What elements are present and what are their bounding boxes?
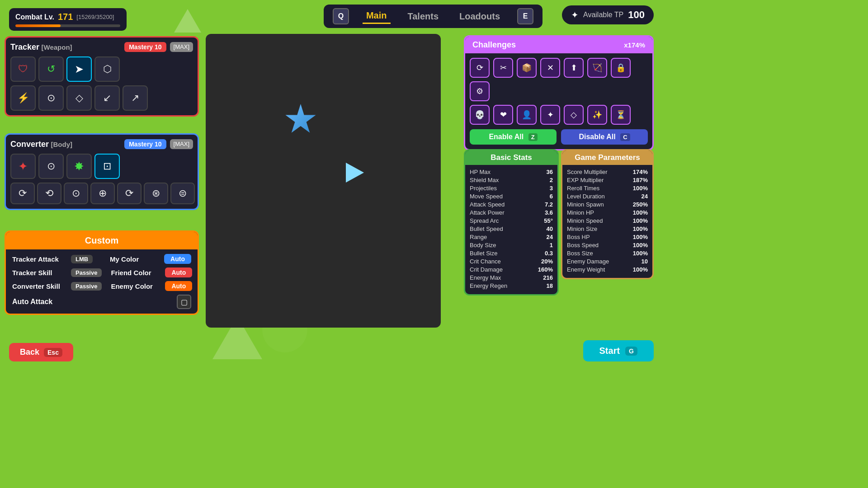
converter-icon-7[interactable]: ⊕: [90, 183, 115, 204]
tracker-icon-7[interactable]: ↙: [94, 85, 120, 111]
converter-icon-2[interactable]: ✸: [66, 154, 92, 179]
converter-panel: Converter [Body] Mastery 10 [MAX] ✦ ⊙ ✸ …: [5, 133, 199, 210]
enemy-color-auto-btn[interactable]: Auto: [165, 281, 192, 291]
auto-attack-row: Auto Attack ▢: [12, 295, 191, 309]
back-button[interactable]: Back Esc: [9, 343, 73, 361]
my-color-auto-btn[interactable]: Auto: [164, 254, 191, 264]
combat-xp-bar: [15, 24, 120, 27]
tracker-icon-3[interactable]: ⬡: [94, 56, 120, 82]
challenge-icon-12[interactable]: ◇: [564, 105, 584, 125]
tracker-icon-5[interactable]: ⊙: [38, 85, 64, 111]
challenge-icon-3[interactable]: ✕: [540, 58, 560, 78]
converter-mastery-badge: Mastery 10: [124, 139, 166, 149]
stat-row-14: Energy Regen18: [470, 282, 553, 289]
challenges-body: ⟳ ✂ 📦 ✕ ⬆ 🏹 🔒 ⚙ 💀 ❤ 👤 ✦ ◇ ✨ ⏳ Enable All…: [465, 53, 652, 149]
challenges-buttons: Enable All Z Disable All C: [470, 129, 648, 145]
param-row-7: Minion Size100%: [567, 225, 648, 232]
tracker-icon-0[interactable]: 🛡: [10, 56, 36, 82]
friend-color-auto-btn[interactable]: Auto: [165, 267, 192, 277]
stat-row-6: Spread Arc55°: [470, 217, 553, 224]
back-key: Esc: [44, 348, 62, 357]
converter-badges: Mastery 10 [MAX]: [124, 139, 193, 149]
challenge-icon-6[interactable]: 🔒: [611, 58, 631, 78]
nav-e-button[interactable]: E: [517, 8, 533, 24]
challenge-icon-10[interactable]: 👤: [517, 105, 537, 125]
tracker-icon-4[interactable]: ⚡: [10, 85, 36, 111]
start-button[interactable]: Start G: [583, 340, 654, 361]
challenge-icon-13[interactable]: ✨: [587, 105, 607, 125]
tracker-icon-8[interactable]: ↗: [123, 85, 148, 111]
tracker-skill-row: Tracker Skill Passive Friend Color Auto: [12, 267, 191, 277]
stat-row-10: Bullet Size0.3: [470, 250, 553, 257]
tp-label: Available TP: [583, 11, 623, 19]
challenge-icon-14[interactable]: ⏳: [611, 105, 631, 125]
converter-icon-8[interactable]: ⟳: [117, 183, 142, 204]
nav-q-button[interactable]: Q: [333, 8, 349, 24]
challenge-icon-1[interactable]: ✂: [493, 58, 513, 78]
tp-value: 100: [628, 9, 645, 21]
stat-row-7: Bullet Speed40: [470, 225, 553, 232]
stat-row-0: HP Max36: [470, 169, 553, 175]
tracker-attack-row: Tracker Attack LMB My Color Auto: [12, 254, 191, 264]
disable-all-button[interactable]: Disable All C: [561, 129, 648, 145]
custom-body: Tracker Attack LMB My Color Auto Tracker…: [6, 249, 198, 314]
converter-icon-9[interactable]: ⊛: [144, 183, 168, 204]
challenge-icon-9[interactable]: ❤: [493, 105, 513, 125]
basic-stats-panel: Basic Stats HP Max36 Shield Max2 Project…: [464, 149, 559, 296]
tab-main[interactable]: Main: [363, 9, 391, 24]
param-row-2: Reroll Times100%: [567, 185, 648, 192]
challenge-icons-row2: 💀 ❤ 👤 ✦ ◇ ✨ ⏳: [470, 105, 648, 125]
converter-icon-5[interactable]: ⟲: [37, 183, 61, 204]
challenge-icon-5[interactable]: 🏹: [587, 58, 607, 78]
challenge-icon-4[interactable]: ⬆: [564, 58, 584, 78]
converter-icon-3[interactable]: ⊡: [94, 154, 120, 179]
tracker-icon-6[interactable]: ◇: [66, 85, 92, 111]
gear-entity: [285, 104, 316, 136]
converter-icons-row1: ✦ ⊙ ✸ ⊡: [10, 154, 193, 179]
param-row-5: Minion HP100%: [567, 209, 648, 216]
converter-title: Converter [Body]: [10, 140, 72, 149]
param-row-10: Boss Size100%: [567, 250, 648, 257]
param-row-11: Enemy Damage10: [567, 258, 648, 265]
param-row-9: Boss Speed100%: [567, 242, 648, 249]
challenge-icon-0[interactable]: ⟳: [470, 58, 490, 78]
basic-stats-title: Basic Stats: [491, 153, 532, 162]
basic-stats-body: HP Max36 Shield Max2 Projectiles3 Move S…: [465, 165, 557, 294]
stat-row-8: Range24: [470, 234, 553, 240]
challenge-icon-8[interactable]: 💀: [470, 105, 490, 125]
challenge-icon-7[interactable]: ⚙: [470, 81, 490, 101]
challenge-icon-11[interactable]: ✦: [540, 105, 560, 125]
tab-talents[interactable]: Talents: [404, 9, 443, 23]
custom-title: Custom: [85, 235, 118, 245]
tp-icon: ✦: [571, 9, 579, 20]
tracker-icons-row1: 🛡 ↺ ➤ ⬡: [10, 56, 193, 82]
param-row-4: Minion Spawn250%: [567, 201, 648, 208]
nav-inner: Q Main Talents Loadouts E: [324, 5, 542, 28]
stat-row-9: Body Size1: [470, 242, 553, 249]
enemy-color-label: Enemy Color: [111, 282, 160, 290]
converter-icon-1[interactable]: ⊙: [38, 154, 64, 179]
converter-icon-4[interactable]: ⟳: [10, 183, 35, 204]
back-label: Back: [20, 347, 39, 357]
converter-skill-key: Passive: [71, 282, 102, 291]
converter-icon-0[interactable]: ✦: [10, 154, 36, 179]
param-row-12: Enemy Weight100%: [567, 266, 648, 273]
tracker-skill-label: Tracker Skill: [12, 269, 66, 277]
game-params-header: Game Parameters: [562, 150, 652, 165]
param-row-1: EXP Multiplier187%: [567, 177, 648, 183]
challenge-icon-2[interactable]: 📦: [517, 58, 537, 78]
challenges-title: Challenges: [472, 40, 516, 50]
stat-row-4: Attack Speed7.2: [470, 201, 553, 208]
converter-icon-10[interactable]: ⊜: [170, 183, 195, 204]
auto-attack-key-btn[interactable]: ▢: [177, 295, 191, 309]
tracker-skill-key: Passive: [71, 268, 102, 277]
tracker-mastery-badge: Mastery 10: [124, 42, 166, 52]
converter-icon-6[interactable]: ⊙: [64, 183, 88, 204]
tab-loadouts[interactable]: Loadouts: [456, 9, 504, 23]
tracker-icons-row2: ⚡ ⊙ ◇ ↙ ↗: [10, 85, 193, 111]
custom-panel: Custom Tracker Attack LMB My Color Auto …: [5, 230, 199, 315]
tracker-icon-1[interactable]: ↺: [38, 56, 64, 82]
enable-all-button[interactable]: Enable All Z: [470, 129, 557, 145]
tracker-icon-2[interactable]: ➤: [66, 56, 92, 82]
start-label: Start: [599, 346, 620, 356]
